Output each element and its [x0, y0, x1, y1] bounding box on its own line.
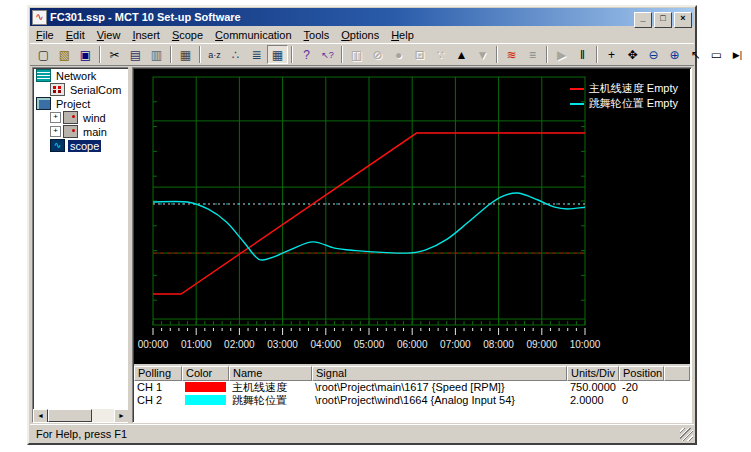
scope-plot-area[interactable]: 主机线速度 Empty跳舞轮位置 Empty 00:00001:00002:00… — [134, 69, 690, 364]
tree-item-main[interactable]: +main — [33, 125, 129, 138]
app-icon[interactable]: ∿ — [32, 10, 47, 25]
context-help-icon[interactable]: ↖? — [317, 45, 338, 64]
scroll-right-button[interactable]: ► — [114, 409, 129, 423]
track-cursor-icon[interactable]: + — [601, 45, 622, 64]
tree-item-project[interactable]: Project — [33, 97, 129, 110]
toolbar-group: ?↖? — [296, 45, 338, 64]
tree-item-serialcom[interactable]: SerialCom — [33, 83, 129, 96]
menu-item-file[interactable]: File — [30, 28, 60, 42]
scope-window: 主机线速度 Empty跳舞轮位置 Empty 00:00001:00002:00… — [132, 67, 692, 423]
cell-position: 0 — [619, 394, 664, 407]
scrollbar-track[interactable] — [92, 409, 114, 422]
column-header-unitsdiv[interactable]: Units/Div — [567, 366, 619, 381]
title-bar[interactable]: ∿ FC301.ssp - MCT 10 Set-up Software _□× — [30, 8, 694, 26]
maximize-button[interactable]: □ — [654, 12, 672, 28]
cell-signal: \root\Project\main\1617 {Speed [RPM]} — [312, 381, 567, 394]
list-view-icon[interactable]: ≣ — [246, 45, 267, 64]
tree-item-wind[interactable]: +wind — [33, 111, 129, 124]
compare-icon[interactable]: ∴ — [225, 45, 246, 64]
toolbar-group: +✥⊖⊕↖▭▶| — [601, 45, 748, 64]
column-header-signal[interactable]: Signal — [312, 366, 567, 381]
tree-item-label: main — [81, 126, 109, 138]
cell-position: -20 — [619, 381, 664, 394]
column-header-spacer[interactable] — [664, 366, 690, 381]
start-poll-icon: ▶ — [551, 45, 572, 64]
x-tick-label: 01:000 — [178, 339, 214, 350]
record-icon: ● — [388, 45, 409, 64]
toolbar-group: ≋≡ — [501, 45, 543, 64]
toolbar-group: ▶‖ — [551, 45, 593, 64]
x-tick-label: 00:000 — [135, 339, 171, 350]
zoom-in-icon[interactable]: ⊕ — [664, 45, 685, 64]
resize-grip[interactable] — [680, 428, 693, 441]
scroll-left-button[interactable]: ◄ — [33, 409, 48, 423]
toolbar-separator — [199, 46, 201, 63]
toolbar: ▢▧▣✂▤▥▦a·z∴≣▦?↖?◫⊘●⊡∵▲▼≋≡▶‖+✥⊖⊕↖▭▶| — [30, 43, 694, 66]
channel-color-swatch — [185, 395, 226, 405]
right-limit-icon[interactable]: ▶| — [727, 45, 748, 64]
cell-polling: CH 2 — [134, 394, 182, 407]
x-tick-label: 03:000 — [265, 339, 301, 350]
select-cursor-icon[interactable]: ↖ — [685, 45, 706, 64]
column-header-polling[interactable]: Polling — [134, 366, 182, 381]
tree-item-scope[interactable]: ∿scope — [33, 139, 129, 152]
scrollbar-thumb[interactable] — [48, 409, 92, 422]
x-tick-label: 07:000 — [437, 339, 473, 350]
toolbar-group: ✂▤▥ — [104, 45, 167, 64]
status-text: For Help, press F1 — [32, 427, 678, 441]
write-drive-icon: ⊡ — [409, 45, 430, 64]
column-header-name[interactable]: Name — [229, 366, 312, 381]
menu-item-communication[interactable]: Communication — [209, 28, 297, 42]
scope-svg — [134, 69, 692, 364]
status-bar: For Help, press F1 — [30, 424, 694, 442]
new-icon[interactable]: ▢ — [33, 45, 54, 64]
tree-item-label: Network — [54, 70, 98, 82]
tree-horizontal-scrollbar[interactable]: ◄ ► — [33, 409, 129, 422]
column-header-color[interactable]: Color — [182, 366, 229, 381]
save-icon[interactable]: ▣ — [75, 45, 96, 64]
sort-az-icon[interactable]: a·z — [204, 45, 225, 64]
channel-color-swatch — [185, 382, 226, 392]
tree-item-label: scope — [68, 140, 101, 152]
upload-arrow-icon[interactable]: ▲ — [451, 45, 472, 64]
help-icon[interactable]: ? — [296, 45, 317, 64]
pause-poll-icon[interactable]: ‖ — [572, 45, 593, 64]
toolbar-separator — [546, 46, 548, 63]
scope-icon: ∿ — [50, 139, 65, 152]
tree-expander[interactable]: + — [50, 112, 61, 123]
open-folder-icon[interactable]: ▧ — [54, 45, 75, 64]
cell-name: 跳舞轮位置 — [229, 394, 312, 407]
scope-lines-icon[interactable]: ≡ — [522, 45, 543, 64]
zoom-drag-icon[interactable]: ✥ — [622, 45, 643, 64]
zoom-box-icon[interactable]: ▭ — [706, 45, 727, 64]
tree-expander[interactable]: + — [50, 126, 61, 137]
table-row[interactable]: CH 1主机线速度\root\Project\main\1617 {Speed … — [134, 381, 690, 394]
table-row[interactable]: CH 2跳舞轮位置\root\Project\wind\1664 {Analog… — [134, 394, 690, 407]
menu-item-options[interactable]: Options — [335, 28, 385, 42]
cell-polling: CH 1 — [134, 381, 182, 394]
toolbar-separator — [496, 46, 498, 63]
menu-item-tools[interactable]: Tools — [298, 28, 336, 42]
menu-item-insert[interactable]: Insert — [126, 28, 166, 42]
copy-icon[interactable]: ▤ — [125, 45, 146, 64]
zoom-out-icon[interactable]: ⊖ — [643, 45, 664, 64]
menu-item-edit[interactable]: Edit — [60, 28, 91, 42]
close-button[interactable]: × — [674, 12, 692, 28]
cell-color — [182, 394, 229, 407]
project-icon — [36, 97, 51, 110]
cut-icon[interactable]: ✂ — [104, 45, 125, 64]
paste-icon[interactable]: ▥ — [146, 45, 167, 64]
menu-item-scope[interactable]: Scope — [166, 28, 209, 42]
toolbar-separator — [170, 46, 172, 63]
scope-waveform-icon[interactable]: ≋ — [501, 45, 522, 64]
column-header-position[interactable]: Position — [619, 366, 664, 381]
menu-item-help[interactable]: Help — [385, 28, 420, 42]
print-icon[interactable]: ▦ — [175, 45, 196, 64]
tree-item-label: wind — [81, 112, 108, 124]
tree-item-network[interactable]: Network — [33, 69, 129, 82]
title-buttons: _□× — [632, 7, 692, 28]
grid-view-icon[interactable]: ▦ — [267, 45, 288, 64]
menu-item-view[interactable]: View — [91, 28, 127, 42]
cell-name: 主机线速度 — [229, 381, 312, 394]
minimize-button[interactable]: _ — [634, 12, 652, 28]
